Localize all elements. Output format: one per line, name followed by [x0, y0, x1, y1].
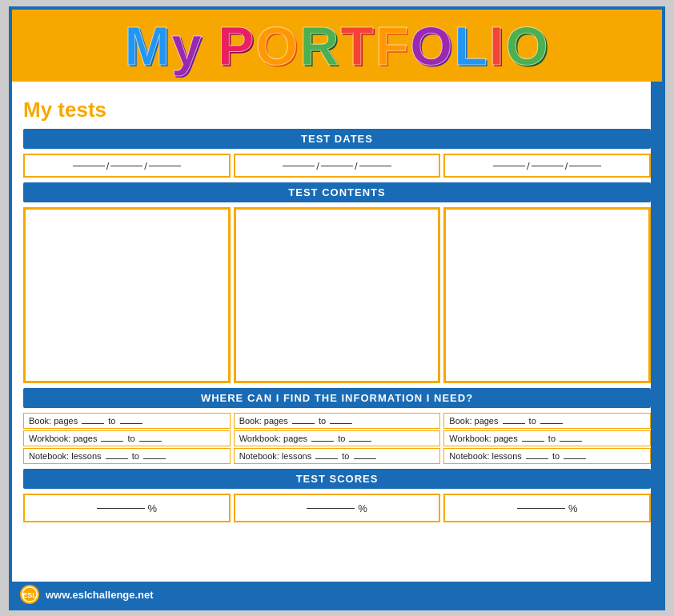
test-dates-header: TEST DATES	[23, 129, 651, 149]
where-find-header: WHERE CAN I FIND THE INFORMATION I NEED?	[23, 388, 651, 408]
workbook-to-1: to	[128, 434, 138, 443]
score-cell-3[interactable]: %	[443, 494, 651, 522]
footer-logo: ESL	[20, 585, 39, 604]
notebook-line-from-2	[315, 458, 338, 459]
book-to-2: to	[319, 416, 328, 426]
workbook-label-2: Workbook: pages	[239, 434, 310, 443]
date-line-2c	[359, 166, 391, 166]
book-line-to-2	[330, 423, 352, 424]
book-label-3: Book: pages	[449, 416, 500, 426]
date-line-3c	[569, 166, 601, 166]
header-banner: M y P O R T F O L I O	[12, 10, 662, 82]
letter-y: y	[171, 14, 203, 77]
footer-url: www.eslchallenge.net	[46, 589, 154, 601]
notebook-to-3: to	[552, 451, 562, 461]
date-cell-2[interactable]: / /	[234, 154, 441, 178]
score-cell-1[interactable]: %	[23, 494, 231, 522]
notebook-line-to-2	[354, 458, 376, 459]
test-scores-header: TEST SCORES	[23, 469, 651, 489]
date-line-1c	[149, 166, 181, 166]
workbook-cell-3[interactable]: Workbook: pages to	[443, 430, 651, 446]
book-to-1: to	[108, 416, 118, 426]
date-line-2a	[283, 166, 315, 166]
right-strip	[651, 10, 662, 607]
footer: ESL www.eslchallenge.net	[12, 582, 662, 607]
workbook-line-to-3	[560, 441, 582, 442]
score-percent-2: %	[358, 502, 367, 514]
book-line-to-3	[540, 423, 563, 424]
subtitle-prefix: My	[23, 98, 58, 122]
book-label-1: Book: pages	[29, 416, 80, 426]
workbook-row: Workbook: pages to Workbook: pages to Wo…	[23, 430, 651, 446]
letter-R: R	[299, 14, 340, 77]
letter-I: I	[489, 14, 506, 77]
date-line-1b	[110, 166, 142, 166]
workbook-line-from-2	[311, 441, 334, 442]
score-cell-2[interactable]: %	[234, 494, 441, 522]
content-boxes-row	[23, 207, 651, 383]
letter-O3: O	[506, 14, 550, 77]
letter-O1: O	[255, 14, 299, 77]
main-content: My tests TEST DATES / / / / / / TEST	[12, 90, 662, 582]
date-row: / / / / / /	[23, 154, 651, 178]
book-line-from-3	[503, 423, 525, 424]
book-line-from-1	[82, 423, 104, 424]
notebook-label-2: Notebook: lessons	[239, 451, 315, 461]
book-cell-1[interactable]: Book: pages to	[23, 413, 231, 429]
page-wrapper: M y P O R T F O L I O My tests TEST DATE…	[9, 6, 665, 610]
content-box-1[interactable]	[23, 207, 231, 383]
letter-P: P	[218, 14, 255, 77]
date-line-3a	[493, 166, 525, 166]
date-line-3b	[532, 166, 564, 166]
book-to-3: to	[529, 416, 539, 426]
book-cell-2[interactable]: Book: pages to	[234, 413, 441, 429]
workbook-line-from-1	[101, 441, 123, 442]
page-subtitle: My tests	[23, 98, 651, 122]
notebook-line-from-1	[106, 458, 128, 459]
date-line-2b	[321, 166, 353, 166]
score-line-1	[97, 508, 145, 509]
date-line-1a	[73, 166, 105, 166]
svg-text:ESL: ESL	[22, 591, 37, 599]
score-percent-3: %	[568, 502, 578, 514]
notebook-line-to-1	[143, 458, 166, 459]
content-box-2[interactable]	[234, 207, 441, 383]
workbook-to-3: to	[548, 434, 558, 443]
letter-O2: O	[410, 14, 454, 77]
notebook-label-1: Notebook: lessons	[29, 451, 104, 461]
date-cell-1[interactable]: / /	[23, 154, 231, 178]
book-cell-3[interactable]: Book: pages to	[443, 413, 651, 429]
notebook-line-to-3	[564, 458, 586, 459]
workbook-label-3: Workbook: pages	[449, 434, 520, 443]
test-contents-header: TEST CONTENTS	[23, 182, 651, 202]
workbook-cell-2[interactable]: Workbook: pages to	[234, 430, 441, 446]
score-percent-1: %	[148, 502, 158, 514]
letter-F: F	[375, 14, 411, 77]
notebook-cell-2[interactable]: Notebook: lessons to	[234, 448, 441, 464]
subtitle-highlight: tests	[58, 98, 106, 122]
workbook-line-to-1	[139, 441, 162, 442]
notebook-cell-3[interactable]: Notebook: lessons to	[443, 448, 651, 464]
notebook-to-2: to	[342, 451, 351, 461]
info-section: Book: pages to Book: pages to Book: page…	[23, 413, 651, 464]
workbook-line-from-3	[522, 441, 544, 442]
content-box-3[interactable]	[443, 207, 651, 383]
notebook-label-3: Notebook: lessons	[449, 451, 524, 461]
workbook-line-to-2	[349, 441, 371, 442]
score-line-3	[517, 508, 565, 509]
book-label-2: Book: pages	[239, 416, 291, 426]
letter-T: T	[340, 14, 375, 77]
date-cell-3[interactable]: / /	[443, 154, 651, 178]
letter-L: L	[454, 14, 489, 77]
book-line-to-1	[120, 423, 142, 424]
score-line-2	[307, 508, 355, 509]
notebook-to-1: to	[132, 451, 142, 461]
workbook-label-1: Workbook: pages	[29, 434, 99, 443]
book-row: Book: pages to Book: pages to Book: page…	[23, 413, 651, 429]
score-row: % % %	[23, 494, 651, 522]
notebook-line-from-3	[526, 458, 548, 459]
workbook-cell-1[interactable]: Workbook: pages to	[23, 430, 231, 446]
header-title: M y P O R T F O L I O	[124, 14, 549, 77]
notebook-cell-1[interactable]: Notebook: lessons to	[23, 448, 231, 464]
notebook-row: Notebook: lessons to Notebook: lessons t…	[23, 448, 651, 464]
